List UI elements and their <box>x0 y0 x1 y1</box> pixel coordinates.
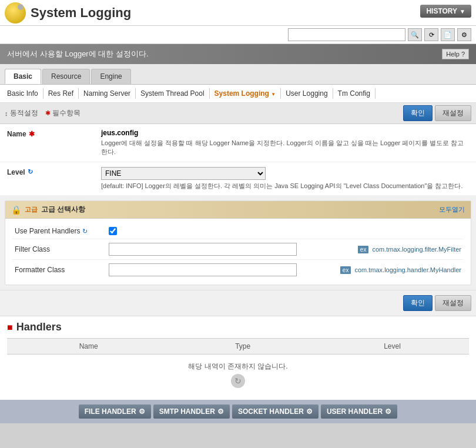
subnav-tm-config[interactable]: Tm Config <box>333 88 376 99</box>
logo <box>5 2 26 24</box>
tab-engine[interactable]: Engine <box>91 69 130 84</box>
filter-class-row: Filter Class ex com.tmax.logging.filter.… <box>12 239 464 260</box>
filter-class-input[interactable] <box>109 243 297 256</box>
name-display: jeus.config <box>101 129 469 137</box>
advanced-toggle-button[interactable]: 모두열기 <box>439 205 465 214</box>
empty-message: 해당 내역이 존재하지 않습니다. ↻ <box>14 362 462 388</box>
formatter-class-input[interactable] <box>109 263 297 276</box>
legend-bar: ↕ 동적설정 ✱ 필수항목 확인 재설정 <box>0 103 476 124</box>
use-parent-refresh-icon[interactable]: ↻ <box>82 228 88 235</box>
user-handler-label: USER HANDLER <box>327 407 383 416</box>
level-help-text: [default: INFO] Logger의 레벨을 설정한다. 각 레벨의 … <box>101 182 469 190</box>
smtp-handler-button[interactable]: SMTP HANDLER ⚙ <box>153 404 230 419</box>
file-handler-button[interactable]: FILE HANDLER ⚙ <box>79 404 151 419</box>
subnav-user-logging[interactable]: User Logging <box>281 88 333 99</box>
col-name-header: Name <box>7 339 170 355</box>
main-content: Basic Resource Engine Basic Info Res Ref… <box>0 64 476 400</box>
level-row: Level ↻ FINE INFO WARNING SEVERE ALL OFF… <box>0 162 476 196</box>
handlers-empty-row: 해당 내역이 존재하지 않습니다. ↻ <box>7 355 469 396</box>
system-logging-dropdown-icon: ▼ <box>271 92 276 97</box>
history-arrow-icon: ▼ <box>460 8 465 15</box>
export-button[interactable]: 📄 <box>441 28 455 41</box>
file-handler-label: FILE HANDLER <box>85 407 136 416</box>
bottom-action-bar: 확인 재설정 <box>0 290 476 316</box>
socket-handler-button[interactable]: SOCKET HANDLER ⚙ <box>232 404 319 419</box>
handlers-empty-cell: 해당 내역이 존재하지 않습니다. ↻ <box>7 355 469 396</box>
dynamic-label: 동적설정 <box>10 108 38 118</box>
subnav-basic-info[interactable]: Basic Info <box>5 88 43 99</box>
formatter-class-row: Formatter Class ex com.tmax.logging.hand… <box>12 260 464 280</box>
tab-resource[interactable]: Resource <box>42 69 90 84</box>
filter-ex-badge: ex <box>358 246 369 253</box>
file-handler-icon: ⚙ <box>139 407 145 416</box>
level-label: Level ↻ <box>7 167 101 176</box>
use-parent-handlers-checkbox[interactable] <box>109 227 117 235</box>
formatter-ex-badge: ex <box>340 266 351 274</box>
logo-dot <box>18 4 24 10</box>
dynamic-icon: ↕ <box>5 110 8 117</box>
subnav-res-ref[interactable]: Res Ref <box>43 88 79 99</box>
search-button[interactable]: 🔍 <box>408 28 422 41</box>
tab-bar: Basic Resource Engine <box>0 64 476 85</box>
legend-items: ↕ 동적설정 ✱ 필수항목 <box>5 108 81 118</box>
action-buttons: 확인 재설정 <box>403 105 471 121</box>
filter-class-example: ex com.tmax.logging.filter.MyFilter <box>358 246 461 253</box>
name-label: Name ✱ <box>7 129 101 138</box>
required-icon: ✱ <box>45 109 51 117</box>
subnav-system-thread-pool[interactable]: System Thread Pool <box>136 88 210 99</box>
formatter-class-example: ex com.tmax.logging.handler.MyHandler <box>340 266 461 274</box>
advanced-icon: 🔒 <box>11 205 21 215</box>
handlers-table-header: Name Type Level <box>7 339 469 355</box>
advanced-section: 🔒 고급 고급 선택사항 모두열기 Use Parent Handlers ↻ <box>5 200 471 285</box>
user-handler-icon: ⚙ <box>385 407 391 416</box>
dynamic-setting-legend[interactable]: ↕ 동적설정 <box>5 108 38 118</box>
bottom-confirm-button[interactable]: 확인 <box>403 295 433 311</box>
smtp-handler-label: SMTP HANDLER <box>159 407 215 416</box>
required-label: 필수항목 <box>52 108 81 118</box>
advanced-title-text: 고급 선택사항 <box>41 205 85 215</box>
handlers-section: ■ Handlers Name Type Level 해당 내역이 존재하지 않… <box>0 316 476 400</box>
formatter-example-text: com.tmax.logging.handler.MyHandler <box>354 266 461 273</box>
use-parent-handlers-row: Use Parent Handlers ↻ <box>12 223 464 239</box>
subnav-naming-server[interactable]: Naming Server <box>79 88 136 99</box>
form-section: Name ✱ jeus.config Logger에 대해 설정을 적용할 때 … <box>0 124 476 196</box>
name-row: Name ✱ jeus.config Logger에 대해 설정을 적용할 때 … <box>0 124 476 162</box>
handlers-table: Name Type Level 해당 내역이 존재하지 않습니다. ↻ <box>7 338 469 395</box>
level-value-cell: FINE INFO WARNING SEVERE ALL OFF [defaul… <box>101 167 469 190</box>
handlers-title: ■ Handlers <box>7 321 469 333</box>
name-required-star: ✱ <box>29 130 35 138</box>
smtp-handler-icon: ⚙ <box>217 407 224 416</box>
reset-button[interactable]: 재설정 <box>435 105 471 121</box>
col-level-header: Level <box>316 339 469 355</box>
socket-handler-label: SOCKET HANDLER <box>238 407 304 416</box>
level-select-row: FINE INFO WARNING SEVERE ALL OFF <box>101 167 469 180</box>
filter-example-text: com.tmax.logging.filter.MyFilter <box>372 246 461 253</box>
subnav-system-logging[interactable]: System Logging ▼ <box>210 88 281 99</box>
search-bar: 🔍 ⟳ 📄 ⚙ <box>0 26 476 44</box>
bottom-bar: FILE HANDLER ⚙ SMTP HANDLER ⚙ SOCKET HAN… <box>0 400 476 423</box>
description-text: 서버에서 사용할 Logger에 대한 설정이다. <box>7 49 149 59</box>
handlers-title-text: Handlers <box>16 321 62 333</box>
sub-navigation: Basic Info Res Ref Naming Server System … <box>0 85 476 103</box>
handlers-icon: ■ <box>7 322 13 333</box>
refresh-button[interactable]: ⟳ <box>424 28 438 41</box>
search-input[interactable] <box>288 28 405 41</box>
empty-icon: ↻ <box>231 374 245 388</box>
filter-class-value: ex com.tmax.logging.filter.MyFilter <box>109 243 461 256</box>
advanced-title: 🔒 고급 고급 선택사항 <box>11 205 85 215</box>
col-type-header: Type <box>170 339 316 355</box>
level-refresh-icon[interactable]: ↻ <box>28 168 33 176</box>
use-parent-handlers-label: Use Parent Handlers ↻ <box>15 227 109 235</box>
level-select[interactable]: FINE INFO WARNING SEVERE ALL OFF <box>101 167 266 180</box>
confirm-button[interactable]: 확인 <box>403 105 433 121</box>
user-handler-button[interactable]: USER HANDLER ⚙ <box>321 404 397 419</box>
tab-basic[interactable]: Basic <box>5 69 41 84</box>
history-label: HISTORY <box>426 7 457 15</box>
advanced-grade-label: 고급 <box>25 205 38 214</box>
bottom-reset-button[interactable]: 재설정 <box>435 295 471 311</box>
advanced-body: Use Parent Handlers ↻ Filter Class ex co… <box>5 219 471 285</box>
page-title: System Logging <box>31 5 131 21</box>
settings-button[interactable]: ⚙ <box>457 28 471 41</box>
help-button[interactable]: Help ? <box>442 49 469 59</box>
history-button[interactable]: HISTORY ▼ <box>420 5 471 18</box>
